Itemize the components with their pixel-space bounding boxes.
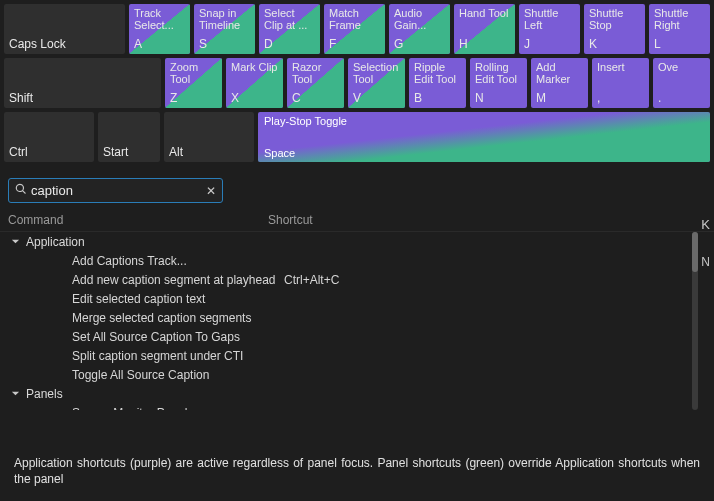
key-j[interactable]: Shuttle LeftJ — [519, 4, 580, 54]
command-cell: Toggle All Source Caption — [8, 368, 284, 382]
key-command-label: Match Frame — [329, 7, 380, 31]
command-cell: Source Monitor Panel — [8, 406, 284, 411]
command-cell: Merge selected caption segments — [8, 311, 284, 325]
key-[interactable]: Insert, — [592, 58, 649, 108]
key-s[interactable]: Snap in TimelineS — [194, 4, 255, 54]
command-cell: Add Captions Track... — [8, 254, 284, 268]
keyboard-map: Caps Lock Track Select...ASnap in Timeli… — [0, 0, 714, 166]
footer-hint: Application shortcuts (purple) are activ… — [0, 445, 714, 501]
key-shift[interactable]: Shift — [4, 58, 161, 108]
key-a[interactable]: Track Select...A — [129, 4, 190, 54]
key-space-label: Space — [264, 147, 704, 159]
key-command-label: Shuttle Right — [654, 7, 705, 31]
key-command-label: Selection Tool — [353, 61, 400, 85]
group-row[interactable]: Panels — [0, 384, 714, 403]
key-h[interactable]: Hand ToolH — [454, 4, 515, 54]
table-body[interactable]: ApplicationAdd Captions Track...Add new … — [0, 232, 714, 410]
key-l[interactable]: Shuttle RightL — [649, 4, 710, 54]
command-row[interactable]: Edit selected caption text — [0, 289, 714, 308]
command-cell: Set All Source Caption To Gaps — [8, 330, 284, 344]
key-[interactable]: Ove. — [653, 58, 710, 108]
key-v[interactable]: Selection ToolV — [348, 58, 405, 108]
search-icon — [15, 183, 27, 198]
key-letter-label: C — [292, 91, 339, 105]
key-letter-label: S — [199, 37, 250, 51]
key-letter-label: B — [414, 91, 461, 105]
key-caps-lock[interactable]: Caps Lock — [4, 4, 125, 54]
chevron-down-icon — [8, 389, 22, 398]
clear-search-icon[interactable]: ✕ — [206, 184, 216, 198]
key-f[interactable]: Match FrameF — [324, 4, 385, 54]
command-cell: Edit selected caption text — [8, 292, 284, 306]
key-command-label: Zoom Tool — [170, 61, 217, 85]
command-cell: Split caption segment under CTI — [8, 349, 284, 363]
shortcut-table: Command Shortcut ApplicationAdd Captions… — [0, 209, 714, 410]
command-row[interactable]: Set All Source Caption To Gaps — [0, 327, 714, 346]
shortcut-cell[interactable]: Ctrl+Alt+C — [284, 273, 706, 287]
key-command-label: Shuttle Left — [524, 7, 575, 31]
key-letter-label: X — [231, 91, 278, 105]
key-letter-label: M — [536, 91, 583, 105]
key-letter-label: A — [134, 37, 185, 51]
key-alt-label: Alt — [169, 145, 249, 159]
key-command-label: Shuttle Stop — [589, 7, 640, 31]
key-letter-label: Z — [170, 91, 217, 105]
keyboard-row-3: Ctrl Start Alt Play-Stop Toggle Space — [0, 112, 714, 162]
key-command-label: Ripple Edit Tool — [414, 61, 461, 85]
key-letter-label: H — [459, 37, 510, 51]
key-command-label: Insert — [597, 61, 644, 73]
key-letter-label: G — [394, 37, 445, 51]
keyboard-row-2: Shift Zoom ToolZMark ClipXRazor ToolCSel… — [0, 58, 714, 108]
key-letter-label: L — [654, 37, 705, 51]
key-caps-lock-label: Caps Lock — [9, 37, 120, 51]
key-letter-label: N — [475, 91, 522, 105]
right-column-header-cut: K — [701, 217, 710, 232]
table-header: Command Shortcut — [0, 209, 714, 232]
key-command-label: Razor Tool — [292, 61, 339, 85]
command-row[interactable]: Source Monitor Panel — [0, 403, 714, 410]
key-m[interactable]: Add MarkerM — [531, 58, 588, 108]
key-c[interactable]: Razor ToolC — [287, 58, 344, 108]
key-letter-label: D — [264, 37, 315, 51]
chevron-down-icon — [8, 237, 22, 246]
key-ctrl-label: Ctrl — [9, 145, 89, 159]
key-letter-label: F — [329, 37, 380, 51]
search-box[interactable]: ✕ — [8, 178, 223, 203]
key-command-label: Track Select... — [134, 7, 185, 31]
key-b[interactable]: Ripple Edit ToolB — [409, 58, 466, 108]
group-label: Panels — [26, 387, 63, 401]
key-command-label: Mark Clip — [231, 61, 278, 73]
key-k[interactable]: Shuttle StopK — [584, 4, 645, 54]
command-row[interactable]: Toggle All Source Caption — [0, 365, 714, 384]
key-start[interactable]: Start — [98, 112, 160, 162]
key-command-label: Add Marker — [536, 61, 583, 85]
key-d[interactable]: Select Clip at ...D — [259, 4, 320, 54]
key-command-label: Rolling Edit Tool — [475, 61, 522, 85]
key-command-label: Hand Tool — [459, 7, 510, 19]
group-row[interactable]: Application — [0, 232, 714, 251]
key-letter-label: K — [589, 37, 640, 51]
command-row[interactable]: Add Captions Track... — [0, 251, 714, 270]
key-alt[interactable]: Alt — [164, 112, 254, 162]
command-row[interactable]: Split caption segment under CTI — [0, 346, 714, 365]
key-command-label: Select Clip at ... — [264, 7, 315, 31]
header-command[interactable]: Command — [8, 213, 268, 227]
key-letter-label: J — [524, 37, 575, 51]
command-row[interactable]: Merge selected caption segments — [0, 308, 714, 327]
key-start-label: Start — [103, 145, 155, 159]
key-ctrl[interactable]: Ctrl — [4, 112, 94, 162]
key-letter-label: . — [658, 91, 705, 105]
key-z[interactable]: Zoom ToolZ — [165, 58, 222, 108]
key-command-label: Ove — [658, 61, 705, 73]
key-shift-label: Shift — [9, 91, 156, 105]
key-g[interactable]: Audio Gain...G — [389, 4, 450, 54]
search-input[interactable] — [27, 181, 206, 200]
command-row[interactable]: Add new caption segment at playheadCtrl+… — [0, 270, 714, 289]
key-space[interactable]: Play-Stop Toggle Space — [258, 112, 710, 162]
key-x[interactable]: Mark ClipX — [226, 58, 283, 108]
key-n[interactable]: Rolling Edit ToolN — [470, 58, 527, 108]
key-letter-label: , — [597, 91, 644, 105]
header-shortcut[interactable]: Shortcut — [268, 213, 706, 227]
group-label: Application — [26, 235, 85, 249]
key-command-label: Snap in Timeline — [199, 7, 250, 31]
